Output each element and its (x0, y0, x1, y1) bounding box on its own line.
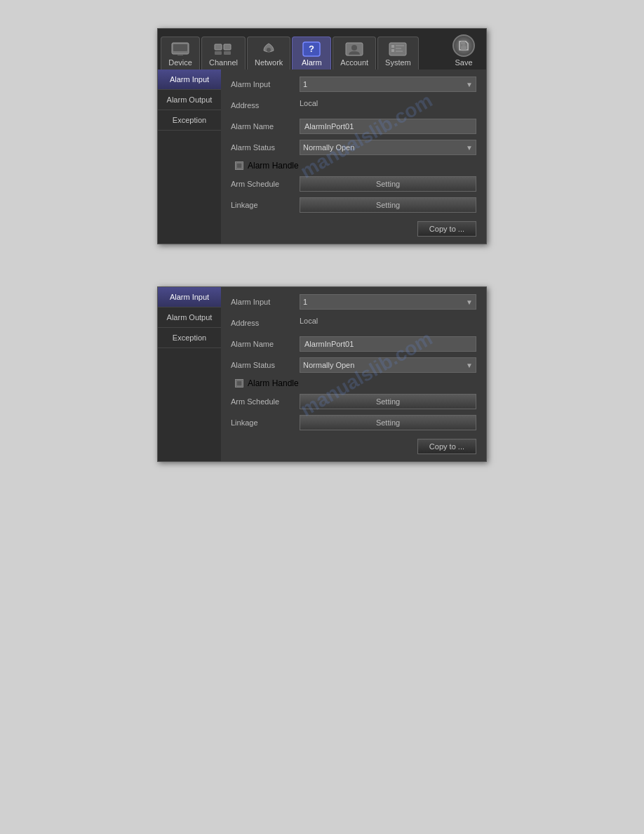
network-icon (259, 41, 279, 57)
content-area: Alarm Input Alarm Output Exception Alarm… (158, 70, 486, 244)
linkage-row-2: Linkage Setting (231, 415, 476, 430)
nav-item-account[interactable]: Account (333, 37, 376, 70)
alarm-input-select-2[interactable]: 1 ▼ (300, 294, 476, 310)
svg-rect-1 (173, 44, 187, 51)
alarm-input-value-2: 1 (303, 298, 307, 306)
sidebar-item-exception[interactable]: Exception (158, 110, 221, 131)
alarm-input-arrow-icon-2: ▼ (466, 298, 473, 306)
alarm-status-row-2: Alarm Status Normally Open ▼ (231, 357, 476, 373)
address-label: Address (231, 101, 294, 110)
copy-row-2: Copy to ... (231, 439, 476, 454)
svg-rect-19 (461, 41, 465, 44)
arm-schedule-button[interactable]: Setting (300, 176, 476, 192)
alarm-input-value: 1 (303, 80, 307, 88)
arm-schedule-label: Arm Schedule (231, 180, 294, 188)
linkage-btn-label: Setting (376, 201, 400, 209)
alarm-name-row-2: Alarm Name (231, 336, 476, 352)
linkage-button-2[interactable]: Setting (300, 415, 476, 430)
address-row: Address Local (231, 98, 476, 113)
alarm-status-select-2[interactable]: Normally Open ▼ (300, 357, 476, 373)
svg-rect-17 (396, 51, 403, 52)
sidebar-2: Alarm Input Alarm Output Exception (158, 287, 221, 461)
main-form-2: Alarm Input 1 ▼ Address Local Alarm Name… (221, 287, 486, 461)
save-button[interactable]: Save (444, 32, 483, 70)
nav-item-network[interactable]: Network (247, 37, 290, 70)
nav-device-label: Device (168, 58, 192, 67)
alarm-name-row: Alarm Name (231, 119, 476, 134)
svg-rect-5 (215, 51, 222, 55)
sidebar2-alarm-output-label: Alarm Output (167, 313, 213, 322)
alarm-input-select[interactable]: 1 ▼ (300, 77, 476, 92)
linkage-row: Linkage Setting (231, 197, 476, 213)
nav-bar: Device Channel Network ? Alarm Account (158, 29, 486, 70)
alarm-input-label: Alarm Input (231, 80, 294, 88)
alarm-status-label: Alarm Status (231, 143, 294, 152)
alarm-name-input-2[interactable] (300, 336, 476, 352)
svg-rect-20 (236, 163, 242, 168)
svg-rect-18 (461, 46, 467, 50)
sidebar-item-alarm-input[interactable]: Alarm Input (158, 70, 221, 90)
alarm-input-row: Alarm Input 1 ▼ (231, 77, 476, 92)
alarm-name-input[interactable] (300, 119, 476, 134)
alarm-status-select[interactable]: Normally Open ▼ (300, 140, 476, 155)
address-label-2: Address (231, 319, 294, 327)
svg-rect-21 (236, 380, 242, 386)
alarm-input-label-2: Alarm Input (231, 298, 294, 306)
svg-point-7 (267, 48, 271, 52)
arm-schedule-row-2: Arm Schedule Setting (231, 394, 476, 409)
svg-rect-6 (224, 51, 231, 55)
svg-rect-2 (177, 54, 183, 55)
address-row-2: Address Local (231, 315, 476, 331)
alarm-status-value-2: Normally Open (303, 361, 354, 369)
account-icon (344, 41, 364, 57)
svg-rect-3 (215, 44, 222, 50)
sidebar-exception-label: Exception (173, 116, 206, 124)
panel-1: × Device Channel Network ? Alarm (157, 28, 487, 244)
address-value: Local (300, 98, 476, 113)
alarm-input-arrow-icon: ▼ (466, 81, 473, 88)
copy-btn-label-2: Copy to ... (429, 442, 464, 451)
device-icon (170, 41, 190, 57)
sidebar2-item-alarm-input[interactable]: Alarm Input (158, 287, 221, 307)
sidebar: Alarm Input Alarm Output Exception (158, 70, 221, 244)
alarm-input-row-2: Alarm Input 1 ▼ (231, 294, 476, 310)
nav-system-label: System (385, 58, 411, 67)
alarm-icon: ? (302, 41, 321, 57)
arm-schedule-btn-label: Setting (376, 180, 400, 188)
sidebar2-item-alarm-output[interactable]: Alarm Output (158, 307, 221, 328)
nav-alarm-label: Alarm (302, 58, 322, 67)
arm-schedule-btn-label-2: Setting (376, 397, 400, 406)
sidebar-item-alarm-output[interactable]: Alarm Output (158, 90, 221, 110)
sidebar2-exception-label: Exception (173, 333, 206, 342)
copy-button-2[interactable]: Copy to ... (417, 439, 476, 454)
nav-item-alarm[interactable]: ? Alarm (292, 37, 331, 70)
linkage-label: Linkage (231, 201, 294, 209)
alarm-status-label-2: Alarm Status (231, 361, 294, 369)
copy-button[interactable]: Copy to ... (417, 221, 476, 237)
alarm-handle-checkbox-2[interactable] (235, 379, 243, 388)
alarm-handle-checkbox[interactable] (235, 161, 243, 170)
nav-item-channel[interactable]: Channel (201, 37, 246, 70)
nav-item-device[interactable]: Device (161, 37, 200, 70)
alarm-handle-row: Alarm Handle (235, 161, 476, 171)
arm-schedule-button-2[interactable]: Setting (300, 394, 476, 409)
nav-item-system[interactable]: System (377, 37, 419, 70)
alarm-handle-label-2: Alarm Handle (248, 378, 299, 388)
alarm-handle-label: Alarm Handle (248, 161, 299, 171)
svg-text:?: ? (309, 44, 314, 54)
main-form: Alarm Input 1 ▼ Address Local Alarm Name… (221, 70, 486, 244)
alarm-status-arrow-icon-2: ▼ (466, 362, 473, 369)
alarm-name-label: Alarm Name (231, 122, 294, 131)
arm-schedule-label-2: Arm Schedule (231, 397, 294, 406)
content-area-2: Alarm Input Alarm Output Exception Alarm… (158, 287, 486, 461)
save-circle-icon (452, 34, 475, 57)
svg-rect-4 (224, 44, 231, 50)
sidebar2-item-exception[interactable]: Exception (158, 328, 221, 348)
copy-row: Copy to ... (231, 221, 476, 237)
address-value-2: Local (300, 315, 476, 331)
save-label: Save (455, 58, 472, 67)
linkage-label-2: Linkage (231, 418, 294, 427)
nav-network-label: Network (255, 58, 283, 67)
linkage-button[interactable]: Setting (300, 197, 476, 213)
linkage-btn-label-2: Setting (376, 418, 400, 427)
